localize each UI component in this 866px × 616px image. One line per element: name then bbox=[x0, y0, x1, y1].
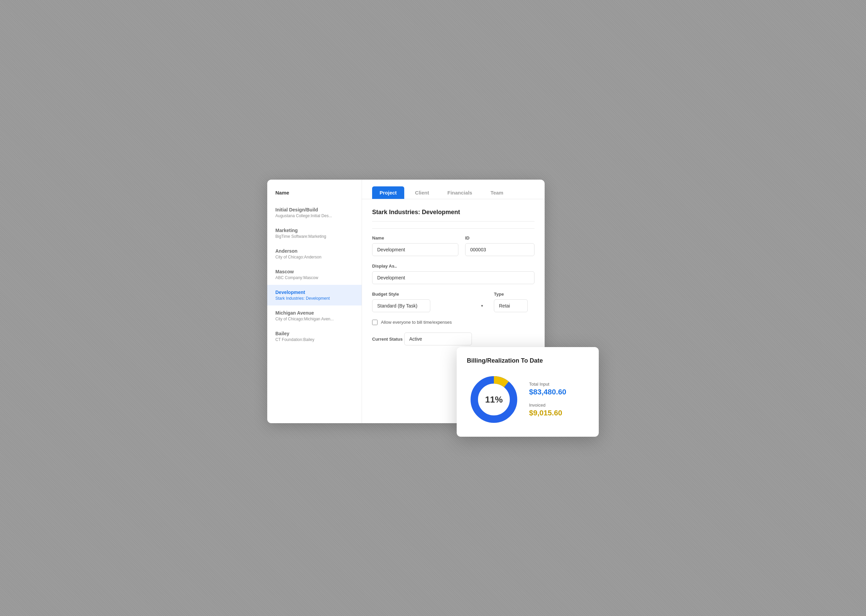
chevron-down-icon: ▾ bbox=[481, 303, 483, 308]
name-group: Name bbox=[372, 236, 458, 256]
display-as-label: Display As.. bbox=[372, 264, 534, 269]
sidebar-item-initial-design[interactable]: Initial Design/BuildAugustana College:In… bbox=[267, 202, 361, 223]
sidebar-item-name-bailey: Bailey bbox=[275, 331, 354, 336]
name-id-row: Name ID bbox=[372, 236, 534, 256]
sidebar-item-name-mascow: Mascow bbox=[275, 269, 354, 274]
donut-chart: 11% bbox=[467, 372, 521, 427]
tab-project[interactable]: Project bbox=[372, 186, 404, 199]
sidebar-item-bailey[interactable]: BaileyCT Foundation:Bailey bbox=[267, 326, 361, 347]
sidebar-item-sub-mascow: ABC Company:Mascow bbox=[275, 275, 354, 280]
tab-bar: Project Client Financials Team bbox=[362, 180, 545, 199]
budget-style-group: Budget Style Standard (By Task) ▾ bbox=[372, 292, 487, 312]
display-as-input[interactable] bbox=[372, 271, 534, 284]
sidebar-item-sub-michigan-avenue: City of Chicago:Michigan Aven... bbox=[275, 317, 354, 321]
budget-type-row: Budget Style Standard (By Task) ▾ Type bbox=[372, 292, 534, 312]
name-input[interactable] bbox=[372, 243, 458, 256]
donut-percentage: 11% bbox=[485, 394, 503, 405]
type-label: Type bbox=[494, 292, 534, 297]
invoiced-value: $9,015.60 bbox=[529, 409, 566, 418]
id-input[interactable] bbox=[465, 243, 534, 256]
sidebar-item-sub-bailey: CT Foundation:Bailey bbox=[275, 337, 354, 342]
allow-checkbox[interactable] bbox=[372, 320, 377, 325]
sidebar-item-marketing[interactable]: MarketingBigTime Software:Marketing bbox=[267, 223, 361, 244]
billing-title: Billing/Realization To Date bbox=[467, 357, 589, 364]
id-group: ID bbox=[465, 236, 534, 256]
budget-style-label: Budget Style bbox=[372, 292, 487, 297]
name-label: Name bbox=[372, 236, 458, 240]
tab-financials[interactable]: Financials bbox=[440, 186, 480, 199]
type-group: Type bbox=[494, 292, 534, 312]
sidebar-item-name-initial-design: Initial Design/Build bbox=[275, 207, 354, 212]
type-input[interactable] bbox=[494, 299, 528, 312]
total-input-value: $83,480.60 bbox=[529, 388, 566, 396]
sidebar-item-sub-anderson: City of Chicago:Anderson bbox=[275, 255, 354, 259]
total-input-label: Total Input bbox=[529, 382, 566, 387]
budget-style-select-wrapper: Standard (By Task) ▾ bbox=[372, 299, 487, 312]
billing-card: Billing/Realization To Date 11% Total In… bbox=[457, 347, 599, 437]
sidebar-item-sub-development: Stark Industries: Development bbox=[275, 296, 354, 301]
sidebar-item-name-marketing: Marketing bbox=[275, 228, 354, 233]
sidebar: Name Initial Design/BuildAugustana Colle… bbox=[267, 180, 362, 423]
sidebar-item-sub-initial-design: Augustana College:Initial Des... bbox=[275, 214, 354, 218]
sidebar-item-name-michigan-avenue: Michigan Avenue bbox=[275, 310, 354, 316]
project-title: Stark Industries: Development bbox=[372, 209, 534, 222]
tab-client[interactable]: Client bbox=[408, 186, 437, 199]
id-label: ID bbox=[465, 236, 534, 240]
billing-body: 11% Total Input $83,480.60 Invoiced $9,0… bbox=[467, 372, 589, 427]
divider-1 bbox=[372, 228, 534, 229]
total-input-stat: Total Input $83,480.60 bbox=[529, 382, 566, 396]
current-status-input[interactable] bbox=[404, 333, 472, 346]
billing-stats: Total Input $83,480.60 Invoiced $9,015.6… bbox=[529, 382, 566, 418]
sidebar-item-mascow[interactable]: MascowABC Company:Mascow bbox=[267, 264, 361, 285]
sidebar-item-michigan-avenue[interactable]: Michigan AvenueCity of Chicago:Michigan … bbox=[267, 305, 361, 326]
sidebar-item-anderson[interactable]: AndersonCity of Chicago:Anderson bbox=[267, 244, 361, 264]
invoiced-label: Invoiced bbox=[529, 402, 566, 408]
sidebar-item-sub-marketing: BigTime Software:Marketing bbox=[275, 234, 354, 239]
sidebar-item-name-anderson: Anderson bbox=[275, 248, 354, 254]
current-status-group: Current Status bbox=[372, 333, 534, 346]
allow-label: Allow everyone to bill time/expenses bbox=[381, 320, 452, 325]
sidebar-header: Name bbox=[267, 190, 361, 202]
sidebar-item-development[interactable]: DevelopmentStark Industries: Development bbox=[267, 285, 361, 305]
budget-style-select[interactable]: Standard (By Task) bbox=[372, 299, 430, 312]
current-status-label: Current Status bbox=[372, 336, 402, 342]
allow-checkbox-row: Allow everyone to bill time/expenses bbox=[372, 320, 534, 325]
invoiced-stat: Invoiced $9,015.60 bbox=[529, 402, 566, 418]
sidebar-item-name-development: Development bbox=[275, 289, 354, 295]
tab-team[interactable]: Team bbox=[483, 186, 511, 199]
display-as-group: Display As.. bbox=[372, 264, 534, 284]
